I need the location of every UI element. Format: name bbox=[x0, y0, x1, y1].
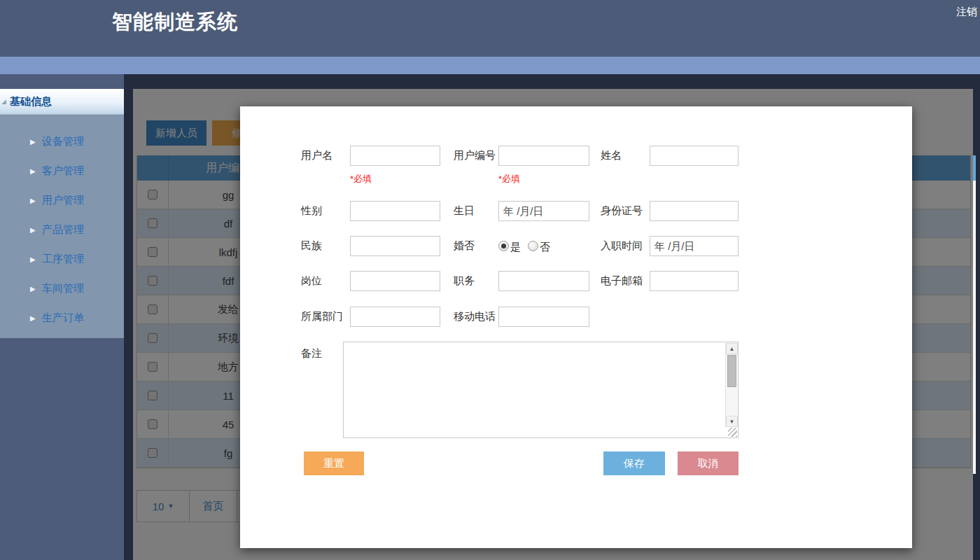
sidebar: ◢ 基础信息 ▶ 设备管理 ▶ 客户管理 ▶ 用户管理 ▶ 产品管理 ▶ 工序管… bbox=[0, 74, 124, 560]
form-row-5: 所属部门 移动电话 bbox=[301, 307, 589, 327]
username-required-hint: *必填 bbox=[350, 173, 372, 186]
logout-link[interactable]: 注销 bbox=[956, 6, 977, 19]
email-label: 电子邮箱 bbox=[601, 274, 650, 288]
sidebar-item-workshop[interactable]: ▶ 车间管理 bbox=[0, 274, 124, 303]
caret-right-icon: ▶ bbox=[30, 167, 42, 175]
hire-date-input[interactable] bbox=[650, 236, 738, 256]
section-caret-icon: ◢ bbox=[1, 98, 10, 105]
user-code-label: 用户编号 bbox=[454, 149, 498, 162]
sidebar-item-customer[interactable]: ▶ 客户管理 bbox=[0, 156, 124, 186]
birthday-label: 生日 bbox=[454, 204, 498, 218]
post-label: 岗位 bbox=[301, 274, 350, 288]
sidebar-section-basic-info[interactable]: ◢ 基础信息 bbox=[0, 89, 124, 115]
username-input[interactable] bbox=[350, 146, 440, 166]
form-row-2: 性别 生日 身份证号 bbox=[301, 201, 738, 221]
sidebar-menu: ▶ 设备管理 ▶ 客户管理 ▶ 用户管理 ▶ 产品管理 ▶ 工序管理 ▶ 车间管… bbox=[0, 115, 124, 338]
name-label: 姓名 bbox=[601, 149, 650, 162]
resize-grip-icon[interactable] bbox=[728, 428, 737, 437]
sidebar-item-user[interactable]: ▶ 用户管理 bbox=[0, 186, 124, 215]
form-row-4: 岗位 职务 电子邮箱 bbox=[301, 271, 738, 291]
reset-button[interactable]: 重置 bbox=[304, 451, 364, 475]
email-input[interactable] bbox=[650, 271, 738, 291]
sidebar-item-product[interactable]: ▶ 产品管理 bbox=[0, 215, 124, 244]
caret-right-icon: ▶ bbox=[30, 255, 42, 263]
sidebar-item-label: 用户管理 bbox=[42, 194, 84, 207]
scroll-up-icon[interactable]: ▲ bbox=[726, 343, 738, 354]
app-title: 智能制造系统 bbox=[112, 8, 238, 36]
department-label: 所属部门 bbox=[301, 310, 350, 323]
caret-right-icon: ▶ bbox=[30, 314, 42, 322]
mobile-input[interactable] bbox=[498, 307, 589, 327]
table-overflow-edge bbox=[973, 181, 976, 474]
caret-right-icon: ▶ bbox=[30, 285, 42, 293]
marital-label: 婚否 bbox=[454, 239, 498, 253]
app-header: 智能制造系统 注销 bbox=[0, 0, 980, 57]
add-person-modal: 用户名 用户编号 姓名 *必填 *必填 性别 生日 身份证号 民族 婚否 是 bbox=[240, 106, 912, 548]
duty-input[interactable] bbox=[498, 271, 589, 291]
remarks-textarea[interactable]: ▲ ▼ bbox=[343, 342, 738, 438]
sidebar-item-label: 客户管理 bbox=[42, 164, 84, 178]
user-code-input[interactable] bbox=[498, 146, 589, 166]
marital-radio-group: 是 否 bbox=[498, 239, 589, 254]
sidebar-item-process[interactable]: ▶ 工序管理 bbox=[0, 244, 124, 274]
form-row-1: 用户名 用户编号 姓名 bbox=[301, 146, 738, 166]
ethnicity-input[interactable] bbox=[350, 236, 440, 256]
textarea-scrollbar[interactable]: ▲ ▼ bbox=[725, 343, 737, 427]
gender-input[interactable] bbox=[350, 201, 440, 221]
scroll-down-icon[interactable]: ▼ bbox=[726, 416, 738, 427]
form-row-3: 民族 婚否 是 否 入职时间 bbox=[301, 236, 738, 256]
ethnicity-label: 民族 bbox=[301, 239, 350, 253]
app: 智能制造系统 注销 ◢ 基础信息 ▶ 设备管理 ▶ 客户管理 ▶ 用户管理 ▶ … bbox=[0, 0, 980, 560]
marital-yes-label: 是 bbox=[510, 241, 521, 254]
birthday-date-input[interactable] bbox=[498, 201, 589, 221]
caret-right-icon: ▶ bbox=[30, 138, 42, 146]
remarks-label: 备注 bbox=[301, 347, 322, 360]
marital-no-label: 否 bbox=[540, 241, 550, 254]
table-overflow-edge bbox=[973, 155, 976, 181]
sidebar-item-label: 工序管理 bbox=[42, 253, 84, 266]
department-input[interactable] bbox=[350, 307, 440, 327]
sidebar-item-label: 设备管理 bbox=[42, 135, 84, 148]
sidebar-item-production-order[interactable]: ▶ 生产订单 bbox=[0, 303, 124, 332]
id-number-label: 身份证号 bbox=[601, 204, 650, 218]
save-button[interactable]: 保存 bbox=[603, 451, 665, 475]
cancel-button[interactable]: 取消 bbox=[678, 451, 738, 475]
sidebar-item-label: 产品管理 bbox=[42, 223, 84, 237]
caret-right-icon: ▶ bbox=[30, 197, 42, 204]
sidebar-item-equipment[interactable]: ▶ 设备管理 bbox=[0, 127, 124, 156]
subheader-bar bbox=[0, 57, 980, 74]
hire-date-label: 入职时间 bbox=[601, 239, 650, 253]
marital-yes-radio[interactable] bbox=[498, 241, 509, 251]
user-code-required-hint: *必填 bbox=[498, 173, 520, 186]
gender-label: 性别 bbox=[301, 204, 350, 218]
sidebar-item-label: 生产订单 bbox=[42, 312, 84, 325]
id-number-input[interactable] bbox=[650, 201, 738, 221]
caret-right-icon: ▶ bbox=[30, 226, 42, 234]
duty-label: 职务 bbox=[454, 274, 498, 288]
sidebar-section-label: 基础信息 bbox=[10, 95, 52, 108]
name-input[interactable] bbox=[650, 146, 738, 166]
post-input[interactable] bbox=[350, 271, 440, 291]
sidebar-item-label: 车间管理 bbox=[42, 282, 84, 295]
marital-no-radio[interactable] bbox=[528, 241, 538, 251]
mobile-label: 移动电话 bbox=[454, 310, 498, 323]
scrollbar-thumb[interactable] bbox=[727, 355, 736, 387]
username-label: 用户名 bbox=[301, 149, 350, 162]
